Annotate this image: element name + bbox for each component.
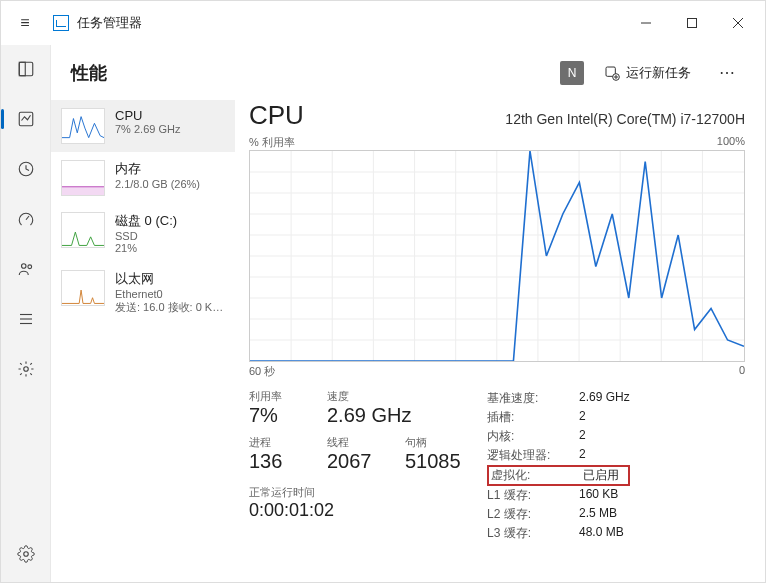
more-button[interactable]: ⋯ [711,59,745,86]
app-icon [53,15,69,31]
nav-details[interactable] [8,301,44,337]
stat-handle-value: 51085 [405,450,463,473]
maximize-button[interactable] [669,7,715,39]
svg-point-14 [23,367,28,372]
nav-history[interactable] [8,151,44,187]
info-row: 内核:2 [487,427,630,446]
minimize-button[interactable] [623,7,669,39]
info-value: 2 [579,447,586,464]
efficiency-badge[interactable]: N [560,61,584,85]
info-row: L2 缓存:2.5 MB [487,505,630,524]
sidebar-disk-sub1: SSD [115,230,225,242]
cpu-chart [249,150,745,362]
stat-handle-label: 句柄 [405,435,463,450]
nav-performance[interactable] [8,101,44,137]
sidebar-cpu-title: CPU [115,108,225,123]
page-title: 性能 [71,61,107,85]
run-new-task-button[interactable]: 运行新任务 [596,60,699,86]
nav-startup[interactable] [8,201,44,237]
info-value: 2 [579,428,586,445]
chart-x-end: 0 [739,364,745,379]
nav-rail [1,45,51,582]
cpu-thumb [61,108,105,144]
stat-proc-value: 136 [249,450,307,473]
nav-processes[interactable] [8,51,44,87]
svg-rect-1 [688,19,697,28]
sidebar-item-disk[interactable]: 磁盘 0 (C:) SSD 21% [51,204,235,262]
stat-util-label: 利用率 [249,389,307,404]
chart-y-max: 100% [717,135,745,150]
stat-speed-label: 速度 [327,389,411,404]
stat-util-value: 7% [249,404,307,427]
info-value: 48.0 MB [579,525,624,542]
titlebar: ≡ 任务管理器 [1,1,765,45]
svg-point-15 [23,552,28,557]
stat-thread-label: 线程 [327,435,385,450]
info-row: 基准速度:2.69 GHz [487,389,630,408]
stat-speed-value: 2.69 GHz [327,404,411,427]
cpu-model: 12th Gen Intel(R) Core(TM) i7-12700H [505,111,745,127]
app-title: 任务管理器 [77,14,142,32]
svg-line-8 [26,216,29,220]
info-label: 插槽: [487,409,579,426]
info-value: 2.5 MB [579,506,617,523]
sidebar-cpu-sub: 7% 2.69 GHz [115,123,225,135]
info-row: L1 缓存:160 KB [487,486,630,505]
svg-rect-5 [19,62,25,76]
resource-sidebar: CPU 7% 2.69 GHz 内存 2.1/8.0 GB (26%) [51,100,235,582]
info-label: 虚拟化: [491,467,583,484]
nav-users[interactable] [8,251,44,287]
run-new-task-label: 运行新任务 [626,64,691,82]
info-value: 2.69 GHz [579,390,630,407]
memory-thumb [61,160,105,196]
detail-title: CPU [249,100,304,131]
svg-point-10 [27,265,31,269]
page-header: 性能 N 运行新任务 ⋯ [51,45,765,100]
ethernet-thumb [61,270,105,306]
sidebar-item-cpu[interactable]: CPU 7% 2.69 GHz [51,100,235,152]
detail-pane: CPU 12th Gen Intel(R) Core(TM) i7-12700H… [235,100,765,582]
info-value: 已启用 [583,467,619,484]
info-row: 虚拟化:已启用 [487,465,630,486]
sidebar-memory-title: 内存 [115,160,225,178]
cpu-info-table: 基准速度:2.69 GHz插槽:2内核:2逻辑处理器:2虚拟化:已启用L1 缓存… [487,389,630,543]
sidebar-memory-sub: 2.1/8.0 GB (26%) [115,178,225,190]
info-label: L3 缓存: [487,525,579,542]
info-value: 2 [579,409,586,426]
svg-rect-4 [19,62,33,76]
new-task-icon [604,65,620,81]
info-label: L1 缓存: [487,487,579,504]
sidebar-item-ethernet[interactable]: 以太网 Ethernet0 发送: 16.0 接收: 0 Kbps [51,262,235,323]
stat-proc-label: 进程 [249,435,307,450]
nav-services[interactable] [8,351,44,387]
chart-x-start: 60 秒 [249,364,275,379]
info-value: 160 KB [579,487,618,504]
sidebar-disk-sub2: 21% [115,242,225,254]
sidebar-eth-title: 以太网 [115,270,225,288]
close-button[interactable] [715,7,761,39]
info-row: 插槽:2 [487,408,630,427]
disk-thumb [61,212,105,248]
svg-point-9 [21,264,26,269]
sidebar-item-memory[interactable]: 内存 2.1/8.0 GB (26%) [51,152,235,204]
sidebar-eth-sub2: 发送: 16.0 接收: 0 Kbps [115,300,225,315]
info-row: 逻辑处理器:2 [487,446,630,465]
uptime-label: 正常运行时间 [249,485,463,500]
nav-settings[interactable] [8,536,44,572]
chart-y-label: % 利用率 [249,135,295,150]
info-label: 内核: [487,428,579,445]
info-label: 逻辑处理器: [487,447,579,464]
uptime-value: 0:00:01:02 [249,500,463,521]
sidebar-eth-sub1: Ethernet0 [115,288,225,300]
stat-thread-value: 2067 [327,450,385,473]
info-row: L3 缓存:48.0 MB [487,524,630,543]
svg-rect-20 [62,187,104,196]
hamburger-menu[interactable]: ≡ [5,14,45,32]
info-label: 基准速度: [487,390,579,407]
info-label: L2 缓存: [487,506,579,523]
sidebar-disk-title: 磁盘 0 (C:) [115,212,225,230]
